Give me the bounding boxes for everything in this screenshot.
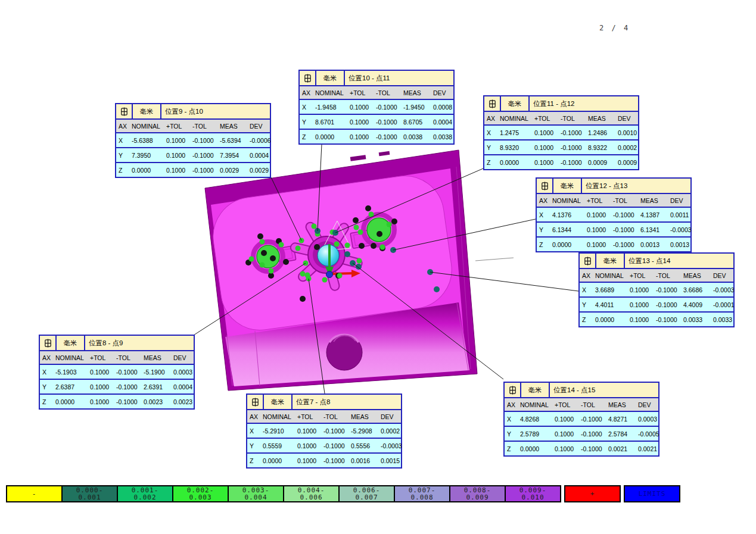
value-cell: 0.0000 [593,316,627,323]
value-cell: 8.6705 [401,118,431,126]
color-scale-cell: 0.006- 0.007 [338,485,395,502]
value-cell: -0.1000 [374,118,401,126]
column-header: AX [505,401,518,408]
probe-point-green [269,268,274,274]
value-cell: 0.1000 [584,211,611,218]
probe-point-black [377,231,382,237]
table-row: X3.66890.1000-0.10003.6686-0.0003 [580,283,733,296]
value-cell: -0.1000 [114,383,141,391]
measurement-table: 毫米 位置12 - 点13 AXNOMINAL+TOL-TOLMEASDEV X… [536,177,692,252]
color-scale-cell: 0.008- 0.009 [449,485,506,502]
value-cell: 0.0016 [349,457,378,464]
column-header: AX [537,197,550,204]
value-cell: 0.0000 [550,241,584,248]
table-row: Z0.00000.1000-0.10000.00090.0009 [484,154,638,169]
measured-point-dot [434,286,440,292]
probe-point-black [270,255,276,261]
position-crosshair-icon [505,383,521,397]
value-cell: -0.1000 [190,152,217,159]
value-cell: 0.0000 [497,159,532,166]
column-header: AX [247,413,260,420]
value-cell: -5.6388 [129,137,164,144]
table-row: X4.82680.1000-0.10004.82710.0003 [505,412,658,426]
measurement-table: 毫米 位置8 - 点9 AXNOMINAL+TOL-TOLMEASDEV X-5… [39,335,195,410]
table-title: 位置14 - 点15 [550,383,658,397]
column-header: MEAS [586,115,615,122]
value-cell: 0.5556 [349,442,378,449]
measurement-table: 毫米 位置7 - 点8 AXNOMINAL+TOL-TOLMEASDEV X-5… [246,394,402,469]
value-cell: 4.1387 [638,211,668,218]
value-cell: 3.6686 [681,286,711,293]
axis-label: Z [505,445,518,452]
table-row: Z0.00000.1000-0.10000.00160.0015 [247,452,401,467]
value-cell: -0.1000 [611,241,638,248]
table-title: 位置12 - 点13 [582,179,690,193]
axis-label: Y [300,118,313,126]
value-cell: -0.1000 [374,133,401,140]
measurement-table: 毫米 位置14 - 点15 AXNOMINAL+TOL-TOLMEASDEV X… [503,382,659,457]
value-cell: 0.0000 [129,167,164,174]
probe-point-green [354,225,359,230]
value-cell: 0.0015 [378,457,401,464]
value-cell: -5.1900 [141,369,171,376]
probe-point-black [314,244,320,250]
table-row: X-5.19030.1000-0.1000-5.19000.0003 [40,365,194,379]
deviation-color-scale: -0.000- 0.0010.001- 0.0020.002- 0.0030.0… [6,485,680,502]
table-row: Z0.00000.1000-0.10000.00210.0021 [505,441,658,455]
value-cell: 0.0004 [431,118,453,126]
table-row: X-5.63880.1000-0.1000-5.6394-0.0006 [116,133,270,147]
position-crosshair-icon [116,104,133,118]
color-scale-cell: 0.002- 0.003 [172,485,229,502]
value-cell: 0.0033 [711,316,733,323]
axis-label: Z [247,457,260,464]
column-header: +TOL [295,413,321,420]
probe-point-green [305,273,310,278]
axis-label: Y [247,442,260,449]
value-cell: -0.1000 [578,445,606,452]
probe-point-green [322,277,328,283]
value-cell: -0.1000 [558,129,586,136]
value-cell: 0.0010 [615,129,638,136]
column-header: +TOL [164,123,190,130]
column-header: NOMINAL [497,115,532,122]
probe-point-green [357,258,362,264]
column-headers: AXNOMINAL+TOL-TOLMEASDEV [116,120,270,133]
column-header: DEV [668,197,690,204]
position-crosshair-icon [537,179,553,193]
value-cell: 0.1000 [347,104,374,111]
measured-point-dot [356,264,362,270]
unit-label: 毫米 [596,254,625,268]
position-crosshair-icon [40,336,57,350]
probe-point-black [371,243,377,249]
value-cell: 0.1000 [532,129,558,136]
axis-label: Z [300,133,313,140]
value-cell: -0.1000 [321,457,349,464]
axis-label: X [484,129,497,136]
probe-point-green [260,239,265,245]
axis-label: Y [40,383,53,391]
axis-label: X [247,427,260,435]
probe-point-black [365,205,371,211]
table-row: Z0.00000.1000-0.10000.00380.0038 [300,129,453,143]
column-headers: AXNOMINAL+TOL-TOLMEASDEV [300,86,453,100]
table-header: 毫米 位置12 - 点13 [537,179,690,194]
column-header: DEV [711,272,733,279]
measurement-table: 毫米 位置9 - 点10 AXNOMINAL+TOL-TOLMEASDEV X-… [115,103,271,178]
probe-point-black [261,250,267,256]
value-cell: -0.1000 [578,416,606,423]
value-cell: 0.0008 [431,104,453,111]
probe-point-green [345,243,350,248]
value-cell: -5.2908 [349,427,378,435]
table-row: Z0.00000.1000-0.10000.00130.0013 [537,236,690,251]
probe-point-green [260,263,265,268]
boss-circle [367,218,391,242]
value-cell: -0.1000 [611,211,638,218]
value-cell: 0.1000 [295,442,321,449]
color-scale-cell: 0.001- 0.002 [117,485,173,502]
value-cell: 6.1344 [550,226,584,233]
value-cell: 0.0009 [586,159,615,166]
table-title: 位置9 - 点10 [161,104,270,118]
table-title: 位置10 - 点11 [345,71,453,85]
column-header: NOMINAL [518,401,552,408]
unit-label: 毫米 [553,179,582,193]
